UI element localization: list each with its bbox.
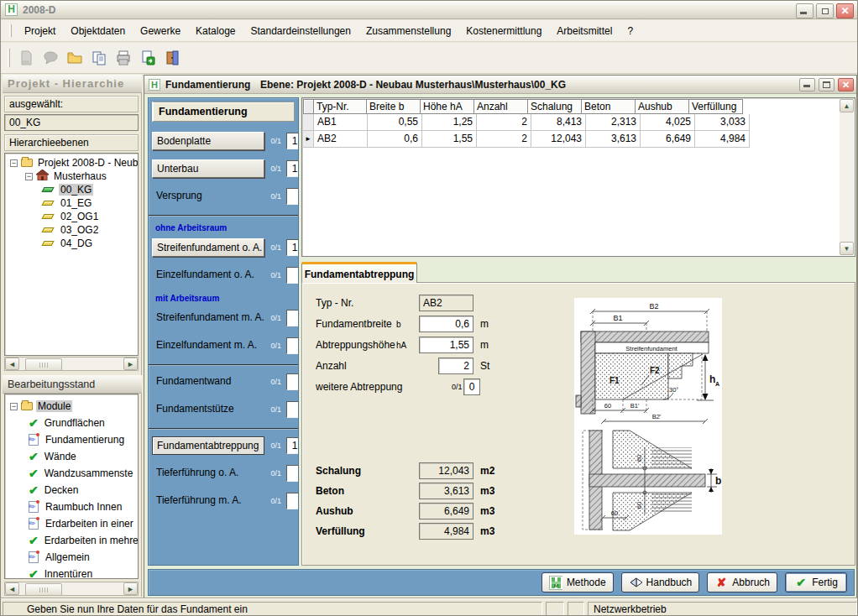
column-header-h-he-ha[interactable]: Höhe hA: [420, 99, 474, 114]
menu-item-objektdaten[interactable]: Objektdaten: [63, 21, 133, 41]
tree-item-01-eg[interactable]: 01_EG: [5, 196, 138, 210]
table-row-selected[interactable]: ►AB20,61,55212,0433,6136,6494,984: [303, 131, 750, 148]
menu-item-projekt[interactable]: Projekt: [17, 21, 63, 41]
scroll-down-icon[interactable]: ▼: [840, 242, 854, 255]
field-input-anzahl[interactable]: 2: [438, 358, 473, 374]
expander-minus-icon[interactable]: −: [25, 173, 33, 180]
table-vscrollbar[interactable]: ▲ ▼: [840, 99, 854, 255]
module-item-allgemein[interactable]: Allgemein: [5, 549, 138, 566]
sidebar-count-box[interactable]: [286, 493, 299, 509]
scroll-right-icon[interactable]: ►: [123, 358, 138, 370]
field-input-abtreppungsh-he[interactable]: 1,55: [419, 337, 473, 353]
close-button[interactable]: ✕: [838, 78, 854, 91]
scroll-thumb[interactable]: [25, 358, 62, 371]
menu-item-kataloge[interactable]: Kataloge: [188, 21, 243, 41]
sidebar-count-box[interactable]: [286, 373, 299, 390]
table-cell[interactable]: 3,613: [586, 131, 641, 148]
copy-icon[interactable]: [88, 47, 110, 69]
abbruch-button[interactable]: ✘Abbruch: [707, 572, 777, 593]
table-cell[interactable]: 8,413: [531, 114, 586, 131]
maximize-button[interactable]: [819, 78, 834, 91]
module-item-decken[interactable]: ✔Decken: [5, 482, 138, 499]
table-row[interactable]: AB10,551,2528,4132,3134,0253,033: [303, 114, 750, 131]
sidebar-item-bodenplatte[interactable]: Bodenplatte: [152, 132, 264, 150]
sidebar-item-streifenfundament-o-a[interactable]: Streifenfundament o. A.: [152, 238, 264, 257]
module-item-erdarbeiten-in-einer[interactable]: Erdarbeiten in einer: [5, 515, 138, 532]
menu-item-standardeinstellungen[interactable]: Standardeinstellungen: [243, 21, 358, 41]
sidebar-count-box[interactable]: [286, 310, 299, 326]
column-header-aushub[interactable]: Aushub: [635, 99, 689, 114]
column-header-breite-b[interactable]: Breite b: [366, 99, 421, 114]
methode-button[interactable]: MMethode: [541, 572, 614, 593]
menu-item-gewerke[interactable]: Gewerke: [133, 21, 188, 41]
scroll-left-icon[interactable]: ◄: [5, 582, 19, 595]
column-header-beton[interactable]: Beton: [581, 99, 636, 114]
module-item-innent-ren[interactable]: ✔Innentüren: [5, 566, 138, 579]
scroll-thumb[interactable]: [25, 583, 62, 596]
column-header-schalung[interactable]: Schalung: [527, 99, 582, 114]
table-cell[interactable]: 3,033: [695, 114, 750, 131]
handbuch-button[interactable]: Handbuch: [621, 572, 700, 593]
scroll-up-icon[interactable]: ▲: [840, 99, 854, 112]
expander-minus-icon[interactable]: −: [10, 403, 18, 410]
modules-tree-hscrollbar[interactable]: ◄ ►: [4, 582, 139, 596]
table-cell[interactable]: 0,6: [368, 131, 422, 148]
sidebar-count-box[interactable]: [286, 337, 299, 354]
sidebar-count-box[interactable]: 1: [286, 437, 299, 454]
field-count-box[interactable]: 0: [463, 378, 480, 395]
menu-item-arbeitsmittel[interactable]: Arbeitsmittel: [549, 21, 620, 41]
table-cell[interactable]: 2: [477, 131, 531, 148]
sidebar-count-box[interactable]: [286, 267, 299, 284]
menu-item-kostenermittlung[interactable]: Kostenermittlung: [458, 21, 549, 41]
print-icon[interactable]: [112, 47, 134, 69]
column-header-anzahl[interactable]: Anzahl: [473, 99, 528, 114]
table-cell[interactable]: AB2: [314, 131, 368, 148]
restore-button[interactable]: [816, 3, 834, 18]
menu-item-item[interactable]: ?: [620, 21, 641, 41]
tree-item-04-dg[interactable]: 04_DG: [5, 237, 138, 250]
table-cell[interactable]: 2: [477, 114, 531, 131]
tree-item-02-og1[interactable]: 02_OG1: [5, 210, 138, 223]
tree-item-00-kg[interactable]: 00_KG: [5, 183, 138, 196]
tree-item-03-og2[interactable]: 03_OG2: [5, 223, 138, 237]
expander-minus-icon[interactable]: −: [10, 159, 18, 167]
table-cell[interactable]: 4,984: [695, 131, 750, 148]
sidebar-count-box[interactable]: 1: [286, 239, 299, 256]
module-item-w-nde[interactable]: ✔Wände: [5, 448, 138, 465]
module-item-wandzusammenste[interactable]: ✔Wandzusammenste: [5, 465, 138, 482]
tree-item-projekt-2008-d-neubau[interactable]: −Projekt 2008-D - Neubau: [5, 156, 138, 170]
export-icon[interactable]: [137, 47, 159, 69]
sidebar-item-fundamentabtreppung[interactable]: Fundamentabtreppung: [152, 436, 264, 455]
close-button[interactable]: ✕: [836, 3, 854, 18]
table-cell[interactable]: 1,55: [422, 131, 477, 148]
column-header-typ-nr[interactable]: Typ-Nr.: [313, 99, 367, 114]
exit-door-icon[interactable]: [161, 47, 183, 69]
table-cell[interactable]: 2,313: [586, 114, 641, 131]
table-cell[interactable]: 6,649: [641, 131, 695, 148]
minimize-button[interactable]: [799, 78, 815, 91]
module-item-raumbuch-innen[interactable]: Raumbuch Innen: [5, 499, 138, 515]
folder-open-icon[interactable]: [64, 47, 86, 69]
table-cell[interactable]: 12,043: [531, 131, 586, 148]
minimize-button[interactable]: [796, 3, 814, 18]
tree-item-module-root[interactable]: −Module: [5, 398, 138, 415]
tab-fundamentabtreppung[interactable]: Fundamentabtreppung: [301, 262, 417, 283]
menu-item-zusammenstellung[interactable]: Zusammenstellung: [358, 21, 458, 41]
sidebar-count-box[interactable]: 1: [286, 160, 299, 177]
table-cell[interactable]: 0,55: [368, 114, 422, 131]
module-item-fundamentierung[interactable]: Fundamentierung: [5, 431, 138, 448]
module-item-grundfl-chen[interactable]: ✔Grundflächen: [5, 415, 138, 431]
column-header-verf-llung[interactable]: Verfüllung: [688, 99, 743, 114]
sidebar-count-box[interactable]: [286, 188, 299, 205]
table-cell[interactable]: AB1: [314, 114, 368, 131]
module-item-erdarbeiten-in-mehre[interactable]: ✔Erdarbeiten in mehre: [5, 532, 138, 549]
scroll-left-icon[interactable]: ◄: [5, 358, 19, 370]
fertig-button[interactable]: ✔Fertig: [785, 572, 847, 593]
field-input-fundamentbreite[interactable]: 0,6: [419, 316, 473, 332]
table-cell[interactable]: 4,025: [641, 114, 695, 131]
sidebar-count-box[interactable]: 1: [286, 133, 299, 149]
sidebar-count-box[interactable]: [286, 401, 299, 418]
tree-item-musterhaus[interactable]: −Musterhaus: [5, 170, 138, 183]
sidebar-item-unterbau[interactable]: Unterbau: [152, 159, 264, 178]
sidebar-count-box[interactable]: [286, 465, 299, 482]
